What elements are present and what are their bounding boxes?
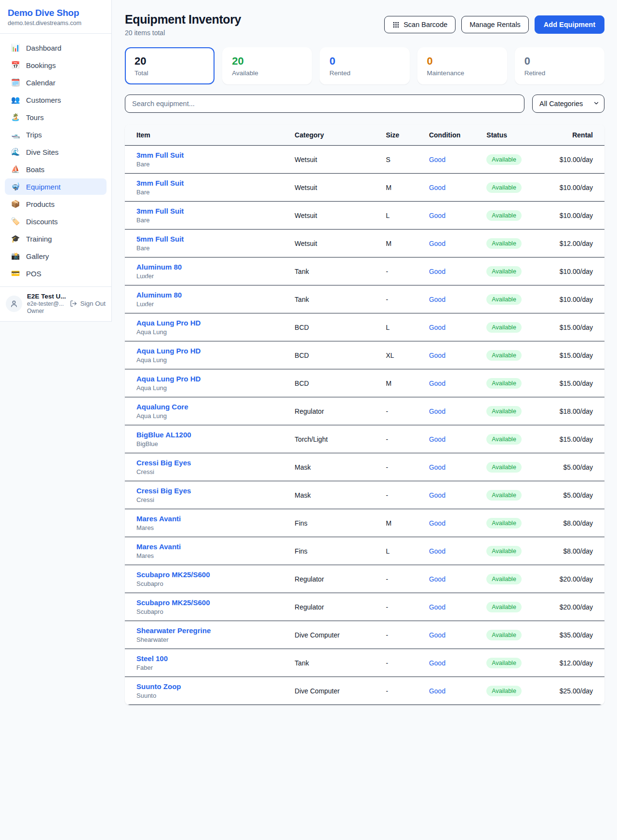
category-cell: Wetsuit <box>283 230 374 257</box>
sidebar-item[interactable]: 🌊 Dive Sites <box>5 144 107 160</box>
condition-link[interactable]: Good <box>429 268 445 275</box>
status-cell: Available <box>475 677 547 705</box>
condition-link[interactable]: Good <box>429 463 445 471</box>
condition-link[interactable]: Good <box>429 659 445 667</box>
sidebar-item-icon: ⛵ <box>11 165 20 174</box>
condition-link[interactable]: Good <box>429 603 445 611</box>
item-name-link[interactable]: Mares Avanti <box>136 515 271 523</box>
condition-link[interactable]: Good <box>429 352 445 359</box>
condition-cell: Good <box>417 397 475 425</box>
item-name-link[interactable]: 3mm Full Suit <box>136 151 271 159</box>
table-row: Cressi Big Eyes Cressi Mask - Good Avail… <box>125 481 604 509</box>
item-name-link[interactable]: Suunto Zoop <box>136 682 271 691</box>
stat-card[interactable]: 20 Total <box>125 47 215 84</box>
item-name-link[interactable]: 5mm Full Suit <box>136 235 271 243</box>
condition-link[interactable]: Good <box>429 240 445 247</box>
item-name-link[interactable]: Aqua Lung Pro HD <box>136 347 271 355</box>
condition-link[interactable]: Good <box>429 519 445 527</box>
stat-card[interactable]: 0 Maintenance <box>417 47 507 84</box>
manage-rentals-button[interactable]: Manage Rentals <box>461 16 529 33</box>
sidebar-item[interactable]: 👥 Customers <box>5 92 107 108</box>
stat-label: Total <box>134 69 205 77</box>
size-cell: M <box>374 174 417 202</box>
status-badge: Available <box>486 182 522 193</box>
item-name-link[interactable]: Aqualung Core <box>136 403 271 411</box>
search-input[interactable] <box>125 95 524 113</box>
brand-header: Demo Dive Shop demo.test.divestreams.com <box>0 0 111 34</box>
category-cell: Regulator <box>283 565 374 593</box>
rental-cell: $12.00/day <box>547 230 604 257</box>
condition-link[interactable]: Good <box>429 575 445 583</box>
condition-link[interactable]: Good <box>429 547 445 555</box>
condition-cell: Good <box>417 677 475 705</box>
item-name-link[interactable]: Shearwater Peregrine <box>136 626 271 635</box>
stat-card[interactable]: 0 Rented <box>320 47 409 84</box>
sidebar-item-icon: 📊 <box>11 43 20 52</box>
column-header-condition: Condition <box>417 124 475 146</box>
item-name-link[interactable]: Cressi Big Eyes <box>136 487 271 495</box>
condition-link[interactable]: Good <box>429 184 445 191</box>
item-cell: BigBlue AL1200 BigBlue <box>125 425 283 453</box>
status-cell: Available <box>475 509 547 537</box>
status-cell: Available <box>475 174 547 202</box>
condition-link[interactable]: Good <box>429 631 445 639</box>
item-name-link[interactable]: 3mm Full Suit <box>136 179 271 187</box>
item-name-link[interactable]: Aluminum 80 <box>136 291 271 299</box>
sidebar-item[interactable]: 🎓 Training <box>5 230 107 247</box>
sidebar-item[interactable]: 🗓️ Calendar <box>5 74 107 91</box>
sidebar-item[interactable]: 💳 POS <box>5 265 107 282</box>
table-row: Mares Avanti Mares Fins L Good Available… <box>125 537 604 565</box>
sidebar-item[interactable]: 🤿 Equipment <box>5 178 107 195</box>
size-cell: - <box>374 593 417 621</box>
add-equipment-button[interactable]: Add Equipment <box>535 15 604 34</box>
condition-link[interactable]: Good <box>429 156 445 163</box>
item-name-link[interactable]: Aqua Lung Pro HD <box>136 375 271 383</box>
sidebar-item[interactable]: 🏷️ Discounts <box>5 213 107 230</box>
condition-link[interactable]: Good <box>429 324 445 331</box>
stat-card[interactable]: 20 Available <box>222 47 312 84</box>
item-brand: Aqua Lung <box>136 328 271 336</box>
column-header-category: Category <box>283 124 374 146</box>
item-name-link[interactable]: Aqua Lung Pro HD <box>136 319 271 327</box>
condition-link[interactable]: Good <box>429 407 445 415</box>
category-cell: Fins <box>283 537 374 565</box>
condition-link[interactable]: Good <box>429 687 445 695</box>
sidebar-item[interactable]: ⛵ Boats <box>5 161 107 177</box>
condition-link[interactable]: Good <box>429 212 445 219</box>
status-badge: Available <box>486 658 522 668</box>
category-cell: Mask <box>283 453 374 481</box>
item-name-link[interactable]: Cressi Big Eyes <box>136 459 271 467</box>
condition-link[interactable]: Good <box>429 379 445 387</box>
condition-cell: Good <box>417 453 475 481</box>
condition-link[interactable]: Good <box>429 296 445 303</box>
sidebar-item[interactable]: 📦 Products <box>5 196 107 212</box>
stat-card[interactable]: 0 Retired <box>515 47 604 84</box>
condition-link[interactable]: Good <box>429 435 445 443</box>
item-name-link[interactable]: Scubapro MK25/S600 <box>136 570 271 579</box>
condition-link[interactable]: Good <box>429 491 445 499</box>
rental-cell: $10.00/day <box>547 257 604 285</box>
scan-barcode-button[interactable]: Scan Barcode <box>384 16 456 33</box>
size-cell: - <box>374 649 417 677</box>
sidebar-item[interactable]: 🏝️ Tours <box>5 109 107 125</box>
item-name-link[interactable]: Steel 100 <box>136 654 271 663</box>
sidebar-item-icon: 📦 <box>11 200 20 208</box>
sidebar-item[interactable]: 📊 Dashboard <box>5 40 107 56</box>
item-brand: Scubapro <box>136 608 271 615</box>
condition-cell: Good <box>417 174 475 202</box>
category-select[interactable]: All Categories <box>532 95 604 113</box>
status-badge: Available <box>486 322 522 333</box>
sidebar-item-label: Equipment <box>26 183 61 191</box>
item-name-link[interactable]: Mares Avanti <box>136 542 271 551</box>
item-name-link[interactable]: Scubapro MK25/S600 <box>136 598 271 607</box>
item-name-link[interactable]: Aluminum 80 <box>136 263 271 271</box>
sidebar: Demo Dive Shop demo.test.divestreams.com… <box>0 0 112 322</box>
sign-out-button[interactable]: Sign Out <box>70 300 106 307</box>
status-badge: Available <box>486 546 522 556</box>
sidebar-item[interactable]: 📅 Bookings <box>5 57 107 73</box>
equipment-table: Item Category Size Condition Status Rent… <box>125 124 604 705</box>
sidebar-item[interactable]: 🛥️ Trips <box>5 126 107 143</box>
item-name-link[interactable]: BigBlue AL1200 <box>136 431 271 439</box>
item-name-link[interactable]: 3mm Full Suit <box>136 207 271 215</box>
sidebar-item[interactable]: 📸 Gallery <box>5 248 107 264</box>
